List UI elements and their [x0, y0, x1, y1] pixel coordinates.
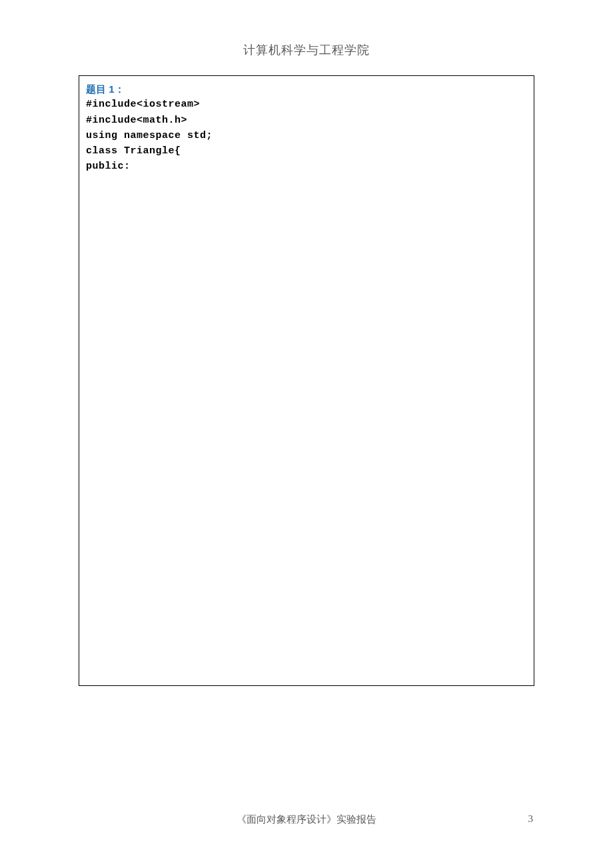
- code-line: public:: [86, 159, 527, 174]
- code-line: using namespace std;: [86, 128, 527, 143]
- footer-center-text: 《面向对象程序设计》实验报告: [237, 813, 376, 826]
- page-header: 计算机科学与工程学院: [79, 42, 534, 58]
- code-line: #include<iostream>: [86, 97, 527, 112]
- code-line: #include<math.h>: [86, 113, 527, 128]
- code-line: class Triangle{: [86, 143, 527, 159]
- content-box: 题目 1： #include<iostream> #include<math.h…: [79, 75, 534, 686]
- footer-page-number: 3: [528, 813, 534, 825]
- page: 计算机科学与工程学院 题目 1： #include<iostream> #inc…: [0, 0, 613, 868]
- header-title: 计算机科学与工程学院: [243, 43, 370, 57]
- question-heading: 题目 1：: [86, 81, 527, 97]
